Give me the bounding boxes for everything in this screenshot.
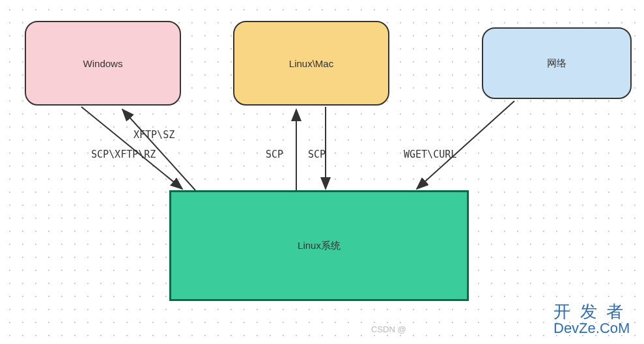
- network-box: 网络: [482, 27, 632, 99]
- linuxmac-label: Linux\Mac: [289, 58, 333, 69]
- watermark-devze-en: DevZe.CoM: [553, 321, 630, 336]
- network-label: 网络: [547, 57, 567, 70]
- linuxmac-box: Linux\Mac: [233, 21, 389, 106]
- watermark-devze-cn: 开 发 者: [553, 303, 630, 321]
- edge-label-wget-curl: WGET\CURL: [404, 149, 456, 160]
- watermark-devze: 开 发 者 DevZe.CoM: [553, 303, 630, 336]
- watermark-csdn: CSDN @: [371, 324, 406, 334]
- windows-label: Windows: [83, 58, 123, 69]
- linuxsys-label: Linux系统: [298, 240, 341, 252]
- edge-label-scp-up: SCP: [266, 149, 283, 160]
- edge-label-scp-down: SCP: [308, 149, 326, 160]
- edge-label-xftp-sz: XFTP\SZ: [133, 129, 175, 141]
- edge-label-scp-xftp-rz: SCP\XFTP\RZ: [91, 149, 156, 160]
- windows-box: Windows: [25, 21, 181, 106]
- arrow-network-to-linuxsys: [417, 101, 514, 189]
- arrow-windows-to-linuxsys: [81, 107, 182, 189]
- linuxsys-box: Linux系统: [169, 190, 469, 301]
